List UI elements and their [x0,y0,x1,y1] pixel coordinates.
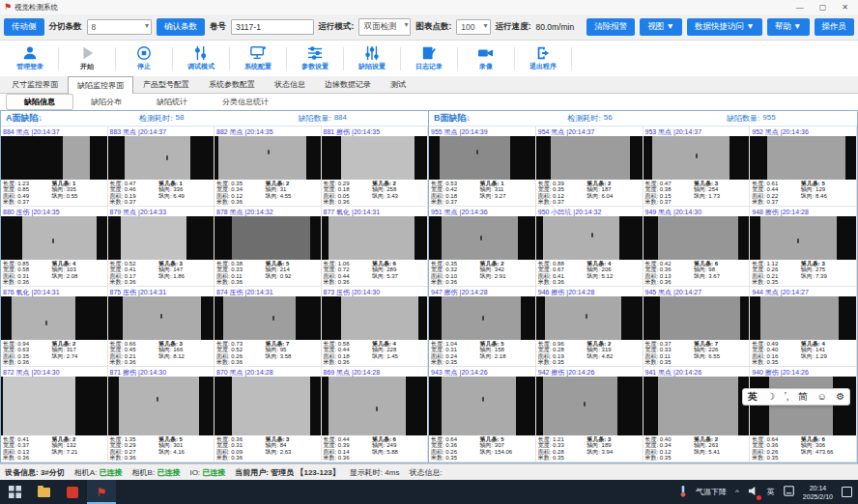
run-mode-select[interactable]: 双面检测 [358,18,411,36]
ime-settings-gear-icon[interactable]: ⚙ [836,392,844,402]
panel-a-title[interactable]: A面缺陷↓ [6,112,139,125]
defect-cell-header[interactable]: 940 擦伤 |20:14:26 [750,367,856,377]
defect-cell-header[interactable]: 942 擦伤 |20:14:26 [536,367,643,377]
defect-cell[interactable]: 875 压伤 |20:14:31 长度: 0.66 宽度: 0.45 面积: 0… [108,287,215,367]
defect-image[interactable] [1,216,107,260]
minimize-button[interactable]: — [796,3,804,12]
defect-cell[interactable]: 952 黑点 |20:14:36 长度: 0.61 宽度: 0.44 面积: 0… [750,126,857,207]
subtab-defect-distribution[interactable]: 缺陷分布 [73,95,139,109]
defect-image[interactable] [429,216,535,260]
tab-product-model-config[interactable]: 产品型号配置 [133,75,199,93]
defect-cell-header[interactable]: 952 黑点 |20:14:36 [750,126,856,136]
defect-cell-header[interactable]: 878 黑点 |20:14:32 [214,207,321,216]
defect-cell-header[interactable]: 874 压伤 |20:14:31 [214,287,321,296]
drive-side-button[interactable]: 传动侧 [4,18,44,36]
defect-image[interactable] [750,296,856,340]
defect-cell[interactable]: 883 黑点 |20:14:37 长度: 0.47 宽度: 0.46 面积: 0… [108,126,215,207]
app-icon[interactable] [58,480,87,504]
defect-image[interactable] [429,377,535,435]
defect-cell-header[interactable]: 884 黑点 |20:14:37 [1,126,107,136]
view-menu-button[interactable]: 视图 ▼ [640,18,682,36]
confirm-count-button[interactable]: 确认条数 [157,18,205,36]
tab-system-param-config[interactable]: 系统参数配置 [199,75,265,93]
defect-cell-header[interactable]: 873 压伤 |20:14:30 [322,287,428,296]
start-button[interactable]: 开始 [59,45,115,71]
defect-image[interactable] [536,296,643,340]
chart-points-select[interactable]: 100 [456,19,490,35]
admin-login-button[interactable]: 管理登录 [2,45,58,71]
defect-cell-header[interactable]: 883 黑点 |20:14:37 [108,126,214,136]
roll-number-input[interactable]: 3117-1 [231,19,314,35]
tray-expand-chevron[interactable]: ^ [735,488,739,496]
defect-cell[interactable]: 884 黑点 |20:14:37 长度: 1.23 宽度: 0.85 面积: 0… [1,126,108,207]
defect-cell[interactable]: 881 擦伤 |20:14:35 长度: 0.29 宽度: 0.18 面积: 0… [322,126,429,207]
ime-emoji-icon[interactable]: ☺ [817,392,827,402]
defect-image[interactable] [322,377,428,435]
defect-image[interactable] [644,216,750,260]
defect-cell[interactable]: 946 擦伤 |20:14:28 长度: 0.96 宽度: 0.28 面积: 0… [536,287,644,367]
ime-simplified-toggle[interactable]: 简 [798,392,808,402]
defect-cell[interactable]: 870 黑点 |20:14:28 长度: 0.36 宽度: 0.31 面积: 0… [214,367,322,462]
thermometer-icon[interactable] [679,485,687,499]
defect-cell[interactable]: 943 黑点 |20:14:26 长度: 0.64 宽度: 0.36 面积: 0… [429,367,536,462]
subtab-defect-statistics[interactable]: 缺陷统计 [139,95,205,109]
defect-cell[interactable]: 882 黑点 |20:14:35 长度: 0.35 宽度: 0.34 面积: 0… [214,126,322,207]
defect-image[interactable] [322,216,428,260]
defect-cell-header[interactable]: 869 黑点 |20:14:28 [322,367,428,377]
defect-cell[interactable]: 874 压伤 |20:14:31 长度: 0.73 宽度: 0.52 面积: 0… [214,287,322,367]
defect-cell-header[interactable]: 870 黑点 |20:14:28 [214,367,321,377]
stop-button[interactable]: 停止 [116,45,172,71]
system-config-button[interactable]: 系统配置 [230,45,286,71]
defect-image[interactable] [536,216,643,260]
defect-cell[interactable]: 880 压伤 |20:14:35 长度: 0.85 宽度: 0.58 面积: 0… [1,207,108,287]
weather-text[interactable]: 气温下降 [696,487,727,497]
defect-cell-header[interactable]: 879 黑点 |20:14:33 [108,207,214,216]
tab-defect-monitor[interactable]: 缺陷监控界面 [68,76,133,94]
slit-count-select[interactable]: 8 [87,19,153,35]
subtab-defect-info[interactable]: 缺陷信息 [6,94,73,110]
defect-image[interactable] [1,136,107,180]
defect-cell[interactable]: 877 氧化 |20:14:31 长度: 1.06 宽度: 0.72 面积: 0… [322,207,429,287]
defect-image[interactable] [108,216,214,260]
debug-mode-button[interactable]: 调试模式 [173,45,229,71]
operator-button[interactable]: 操作员 [815,18,855,36]
defect-image[interactable] [214,136,321,180]
defect-image[interactable] [750,377,856,435]
defect-cell[interactable]: 954 黑点 |20:14:37 长度: 0.39 宽度: 0.35 面积: 0… [536,126,644,207]
defect-cell-header[interactable]: 875 压伤 |20:14:31 [108,287,214,296]
defect-cell[interactable]: 947 擦伤 |20:14:28 长度: 1.04 宽度: 0.31 面积: 0… [429,287,536,367]
defect-cell-header[interactable]: 941 黑点 |20:14:26 [644,367,750,377]
clear-alarm-button[interactable]: 清除报警 [586,18,635,36]
defect-cell[interactable]: 949 黑点 |20:14:30 长度: 0.42 宽度: 0.36 面积: 0… [644,207,751,287]
inspection-app-icon[interactable]: ⚑ [87,480,116,504]
defect-cell-header[interactable]: 943 黑点 |20:14:26 [429,367,535,377]
defect-cell-header[interactable]: 947 擦伤 |20:14:28 [429,287,535,296]
defect-image[interactable] [214,296,321,340]
defect-cell[interactable]: 955 黑点 |20:14:39 长度: 0.53 宽度: 0.42 面积: 0… [429,126,536,207]
defect-image[interactable] [214,216,321,260]
defect-cell-header[interactable]: 949 黑点 |20:14:30 [644,207,750,216]
language-indicator[interactable]: 英 [767,487,775,497]
ime-halfwidth-moon-icon[interactable]: ☽ [766,392,775,402]
defect-cell-header[interactable]: 871 擦伤 |20:14:30 [108,367,214,377]
defect-cell-header[interactable]: 881 擦伤 |20:14:35 [322,126,428,136]
volume-icon[interactable] [748,486,758,498]
defect-cell-header[interactable]: 944 黑点 |20:14:27 [750,287,856,296]
defect-cell[interactable]: 945 黑点 |20:14:27 长度: 0.37 宽度: 0.33 面积: 0… [644,287,751,367]
defect-cell-header[interactable]: 955 黑点 |20:14:39 [429,126,535,136]
defect-cell[interactable]: 878 黑点 |20:14:32 长度: 0.38 宽度: 0.33 面积: 0… [214,207,322,287]
defect-cell-header[interactable]: 954 黑点 |20:14:37 [536,126,643,136]
defect-image[interactable] [1,377,107,435]
defect-settings-button[interactable]: 缺陷设置 [344,45,400,71]
defect-cell[interactable]: 942 擦伤 |20:14:26 长度: 1.21 宽度: 0.33 面积: 0… [536,367,644,462]
defect-cell[interactable]: 951 黑点 |20:14:36 长度: 0.35 宽度: 0.32 面积: 0… [429,207,536,287]
defect-cell[interactable]: 876 氧化 |20:14:31 长度: 0.94 宽度: 0.63 面积: 0… [1,287,108,367]
ime-punctuation-toggle[interactable]: ’, [785,392,789,402]
parameter-settings-button[interactable]: 参数设置 [287,45,343,71]
exit-program-button[interactable]: 退出程序 [515,45,571,71]
defect-cell-header[interactable]: 946 擦伤 |20:14:28 [536,287,643,296]
defect-image[interactable] [108,377,214,435]
defect-image[interactable] [108,136,214,180]
record-video-button[interactable]: 录像 [458,45,514,71]
defect-cell-header[interactable]: 950 小凹坑 |20:14:32 [536,207,643,216]
